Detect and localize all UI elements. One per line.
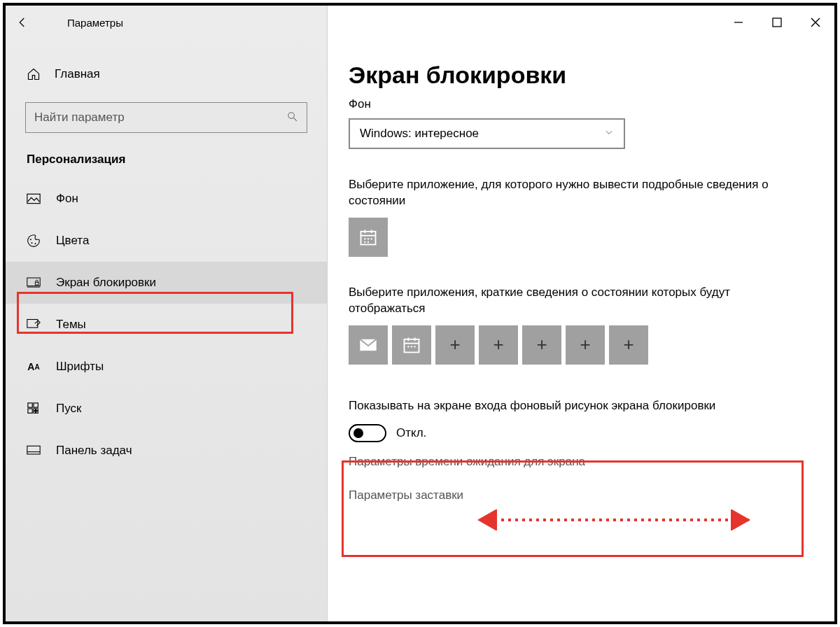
close-button[interactable] — [796, 8, 834, 36]
toggle-state-text: Откл. — [396, 426, 426, 440]
svg-rect-12 — [35, 282, 38, 285]
titlebar: Параметры — [6, 6, 834, 39]
window-title: Параметры — [39, 17, 123, 29]
sidebar-item-label: Темы — [56, 318, 86, 332]
quick-status-tile-add[interactable]: + — [609, 325, 648, 365]
dropdown-value: Windows: интересное — [360, 127, 479, 141]
plus-icon: + — [449, 334, 460, 355]
svg-point-38 — [411, 346, 412, 347]
sidebar-item-label: Фон — [56, 192, 78, 206]
detailed-status-label: Выберите приложение, для которого нужно … — [349, 177, 769, 209]
quick-status-tile-add[interactable]: + — [566, 325, 605, 365]
svg-rect-13 — [27, 320, 38, 328]
back-button[interactable] — [6, 6, 39, 39]
sidebar-item-colors[interactable]: Цвета — [6, 220, 327, 262]
sidebar-item-lockscreen[interactable]: Экран блокировки — [6, 262, 327, 304]
sidebar: Главная Найти параметр Персонализация Фо… — [6, 6, 328, 621]
window-controls — [719, 8, 834, 36]
svg-point-7 — [30, 239, 31, 240]
svg-point-27 — [364, 238, 365, 239]
palette-icon — [27, 234, 41, 248]
background-dropdown[interactable]: Windows: интересное — [349, 118, 625, 149]
quick-status-tile-add[interactable]: + — [479, 325, 518, 365]
taskbar-icon — [27, 444, 41, 458]
toggle-knob — [354, 428, 363, 438]
start-icon — [27, 402, 41, 416]
minimize-icon — [734, 17, 743, 27]
search-input[interactable]: Найти параметр — [25, 102, 307, 133]
home-icon — [27, 67, 41, 81]
svg-rect-18 — [36, 409, 38, 411]
maximize-icon — [772, 17, 782, 27]
sidebar-item-label: Экран блокировки — [56, 276, 156, 290]
sidebar-item-background[interactable]: Фон — [6, 178, 327, 220]
svg-rect-17 — [34, 409, 36, 411]
sidebar-item-label: Цвета — [56, 234, 89, 248]
svg-rect-21 — [27, 446, 40, 454]
svg-point-37 — [407, 346, 409, 347]
calendar-icon — [358, 227, 378, 247]
fonts-icon: AA — [27, 360, 41, 374]
svg-rect-16 — [28, 409, 32, 413]
svg-rect-14 — [28, 403, 32, 407]
link-screen-timeout[interactable]: Параметры времени ожидания для экрана — [349, 455, 813, 469]
page-title: Экран блокировки — [349, 62, 813, 89]
svg-rect-15 — [34, 403, 38, 407]
main-content: Экран блокировки Фон Windows: интересное… — [328, 6, 834, 621]
lockscreen-icon — [27, 276, 41, 290]
calendar-icon — [402, 335, 421, 355]
search-icon — [286, 111, 298, 125]
chevron-down-icon — [604, 127, 614, 141]
detailed-status-app-tile[interactable] — [349, 218, 388, 257]
sidebar-category: Персонализация — [6, 139, 327, 178]
background-label: Фон — [349, 97, 813, 111]
svg-point-29 — [371, 238, 372, 239]
svg-point-31 — [368, 241, 369, 243]
svg-point-8 — [31, 242, 33, 244]
svg-rect-1 — [773, 18, 781, 27]
minimize-button[interactable] — [719, 8, 757, 36]
quick-status-tile-mail[interactable] — [349, 325, 388, 365]
toggle-label: Показывать на экране входа фоновый рисун… — [349, 398, 769, 414]
sidebar-item-start[interactable]: Пуск — [6, 388, 327, 430]
close-icon — [811, 17, 820, 27]
svg-line-5 — [294, 118, 297, 120]
svg-point-9 — [35, 243, 36, 244]
link-screensaver[interactable]: Параметры заставки — [349, 488, 813, 502]
search-placeholder: Найти параметр — [34, 111, 125, 125]
show-background-toggle[interactable] — [349, 424, 386, 442]
svg-point-28 — [368, 238, 369, 239]
sidebar-item-label: Панель задач — [56, 444, 132, 458]
quick-status-tile-add[interactable]: + — [435, 325, 475, 365]
settings-window: Параметры Главная Найти параметр — [3, 3, 837, 624]
plus-icon: + — [623, 334, 634, 355]
svg-point-4 — [288, 112, 295, 118]
plus-icon: + — [536, 334, 547, 355]
picture-icon — [27, 192, 41, 206]
plus-icon: + — [493, 334, 503, 355]
maximize-button[interactable] — [757, 8, 796, 36]
themes-icon — [27, 318, 41, 332]
svg-rect-19 — [34, 411, 36, 414]
arrow-left-icon — [16, 16, 29, 29]
sidebar-home[interactable]: Главная — [6, 55, 327, 94]
sidebar-item-label: Пуск — [56, 402, 81, 416]
quick-status-tile-calendar[interactable] — [392, 325, 431, 365]
sidebar-item-label: Шрифты — [56, 360, 104, 374]
sidebar-home-label: Главная — [55, 67, 100, 81]
svg-rect-6 — [27, 194, 40, 203]
plus-icon: + — [580, 334, 590, 355]
svg-rect-20 — [36, 411, 38, 414]
sidebar-item-themes[interactable]: Темы — [6, 304, 327, 346]
quick-status-label: Выберите приложения, краткие сведения о … — [349, 285, 769, 317]
mail-icon — [358, 337, 378, 353]
svg-point-30 — [364, 241, 365, 243]
sidebar-item-fonts[interactable]: AA Шрифты — [6, 346, 327, 388]
sidebar-item-taskbar[interactable]: Панель задач — [6, 430, 327, 472]
svg-point-39 — [414, 346, 416, 347]
quick-status-tile-add[interactable]: + — [522, 325, 561, 365]
